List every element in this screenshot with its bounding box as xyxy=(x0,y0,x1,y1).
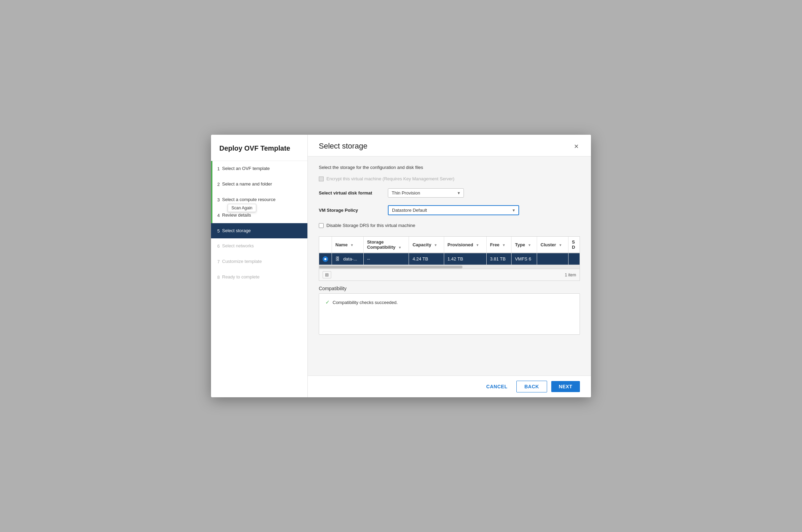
step-label-6: Select networks xyxy=(222,243,254,249)
disable-drs-row: Disable Storage DRS for this virtual mac… xyxy=(319,223,580,228)
radio-button-selected[interactable] xyxy=(323,256,328,262)
radio-button-inner xyxy=(324,258,326,260)
subtitle-text: Select the storage for the configuration… xyxy=(319,165,580,170)
page-title: Select storage xyxy=(319,142,367,156)
sidebar-step-1[interactable]: 1 Select an OVF template xyxy=(211,161,307,177)
table-cell-name: 🗄 data-... xyxy=(332,253,364,265)
compatibility-success: ✓ Compatibility checks succeeded. xyxy=(325,299,573,305)
main-panel: Select storage × Select the storage for … xyxy=(308,135,591,397)
deploy-ovf-dialog: Deploy OVF Template 1 Select an OVF temp… xyxy=(211,135,591,397)
col-free[interactable]: Free ▼ xyxy=(486,237,511,253)
disable-drs-checkbox[interactable] xyxy=(319,223,324,228)
table-cell-free: 3.81 TB xyxy=(486,253,511,265)
col-name[interactable]: Name ▼ xyxy=(332,237,364,253)
disable-drs-label: Disable Storage DRS for this virtual mac… xyxy=(326,223,415,228)
sidebar-step-2[interactable]: 2 Select a name and folder xyxy=(211,177,307,192)
col-type[interactable]: Type ▼ xyxy=(511,237,537,253)
step-number-6: 6 xyxy=(212,243,222,249)
check-icon: ✓ xyxy=(325,299,330,305)
sidebar: Deploy OVF Template 1 Select an OVF temp… xyxy=(211,135,308,397)
step-label-7: Customize template xyxy=(222,259,262,265)
sidebar-steps: 1 Select an OVF template 2 Select a name… xyxy=(211,161,307,397)
sidebar-step-6: 6 Select networks xyxy=(211,238,307,254)
table-cell-type: VMFS 6 xyxy=(511,253,537,265)
step-label-2: Select a name and folder xyxy=(222,181,272,187)
compatibility-text: Compatibility checks succeeded. xyxy=(333,300,398,305)
free-sort-icon: ▼ xyxy=(502,243,506,247)
disk-format-label: Select virtual disk format xyxy=(319,190,388,196)
cluster-sort-icon: ▼ xyxy=(558,243,562,247)
scrollbar-thumb[interactable] xyxy=(319,266,462,268)
table-row[interactable]: 🗄 data-... -- 4.24 TB 1.42 TB 3.81 TB VM… xyxy=(319,253,580,265)
storage-policy-chevron-icon: ▾ xyxy=(513,208,515,213)
sidebar-step-4[interactable]: 4 Review details xyxy=(211,208,307,223)
col-capacity[interactable]: Capacity ▼ xyxy=(409,237,444,253)
dialog-footer: CANCEL BACK NEXT xyxy=(308,376,591,397)
storage-policy-dropdown[interactable]: Datastore Default ▾ xyxy=(388,205,519,215)
close-button[interactable]: × xyxy=(573,143,580,150)
step-number-8: 8 xyxy=(212,274,222,280)
step-label-5: Select storage xyxy=(222,228,251,234)
sidebar-step-5[interactable]: 5 Select storage xyxy=(211,223,307,239)
disk-format-value: Thin Provision xyxy=(392,190,420,196)
capacity-sort-icon: ▼ xyxy=(434,243,437,247)
col-cluster[interactable]: Cluster ▼ xyxy=(537,237,569,253)
sidebar-step-3[interactable]: 3 Select a compute resource Scan Again xyxy=(211,192,307,208)
scan-again-tooltip[interactable]: Scan Again xyxy=(228,204,256,212)
table-footer-icons: ⊞ xyxy=(323,271,331,278)
encrypt-label: Encrypt this virtual machine (Requires K… xyxy=(326,176,455,181)
col-sd[interactable]: SD xyxy=(568,237,580,253)
table-columns-icon[interactable]: ⊞ xyxy=(323,271,331,278)
disk-format-chevron-icon: ▾ xyxy=(458,190,460,196)
step-label-4: Review details xyxy=(222,212,251,218)
compatibility-box: ✓ Compatibility checks succeeded. xyxy=(319,293,580,335)
sidebar-step-8: 8 Ready to complete xyxy=(211,269,307,285)
main-header: Select storage × xyxy=(308,135,591,156)
table-cell-radio[interactable] xyxy=(319,253,332,265)
table-cell-sd xyxy=(568,253,580,265)
storage-table-wrapper: Name ▼ StorageCompatibility ▼ Capacity ▼… xyxy=(319,236,580,281)
table-header-row: Name ▼ StorageCompatibility ▼ Capacity ▼… xyxy=(319,237,580,253)
disk-format-dropdown[interactable]: Thin Provision ▾ xyxy=(388,188,464,198)
provisioned-sort-icon: ▼ xyxy=(476,243,479,247)
table-footer: ⊞ 1 item xyxy=(319,269,580,281)
table-cell-provisioned: 1.42 TB xyxy=(444,253,486,265)
step-label-1: Select an OVF template xyxy=(222,166,270,172)
storage-compat-sort-icon: ▼ xyxy=(398,246,402,249)
storage-policy-value: Datastore Default xyxy=(392,208,427,213)
name-sort-icon: ▼ xyxy=(350,243,354,247)
sidebar-step-7: 7 Customize template xyxy=(211,254,307,269)
col-storage-compat[interactable]: StorageCompatibility ▼ xyxy=(363,237,409,253)
step-number-7: 7 xyxy=(212,259,222,264)
compatibility-label: Compatibility xyxy=(319,286,580,291)
step-label-8: Ready to complete xyxy=(222,274,259,280)
storage-policy-row: VM Storage Policy Datastore Default ▾ xyxy=(319,205,580,215)
table-cell-storage-compat: -- xyxy=(363,253,409,265)
disk-format-row: Select virtual disk format Thin Provisio… xyxy=(319,188,580,198)
horizontal-scrollbar[interactable] xyxy=(319,265,580,269)
step-number-1: 1 xyxy=(212,166,222,171)
cancel-button[interactable]: CANCEL xyxy=(481,381,512,392)
sidebar-title: Deploy OVF Template xyxy=(211,135,307,161)
compatibility-section: Compatibility ✓ Compatibility checks suc… xyxy=(319,286,580,335)
step-number-5: 5 xyxy=(212,228,222,234)
storage-table: Name ▼ StorageCompatibility ▼ Capacity ▼… xyxy=(319,237,580,265)
step-label-3: Select a compute resource xyxy=(222,197,276,203)
table-cell-capacity: 4.24 TB xyxy=(409,253,444,265)
encrypt-row: Encrypt this virtual machine (Requires K… xyxy=(319,176,580,181)
datastore-name: data-... xyxy=(343,256,357,262)
main-content: Select the storage for the configuration… xyxy=(308,156,591,376)
storage-policy-label: VM Storage Policy xyxy=(319,208,388,213)
back-button[interactable]: BACK xyxy=(516,381,547,392)
encrypt-checkbox[interactable] xyxy=(319,177,324,181)
col-provisioned[interactable]: Provisioned ▼ xyxy=(444,237,486,253)
step-number-4: 4 xyxy=(212,212,222,218)
type-sort-icon: ▼ xyxy=(528,243,531,247)
step-number-2: 2 xyxy=(212,181,222,187)
table-cell-cluster xyxy=(537,253,569,265)
datastore-icon: 🗄 xyxy=(335,256,340,262)
item-count: 1 item xyxy=(565,273,576,277)
col-radio xyxy=(319,237,332,253)
step-number-3: 3 xyxy=(212,197,222,202)
next-button[interactable]: NEXT xyxy=(551,381,580,392)
